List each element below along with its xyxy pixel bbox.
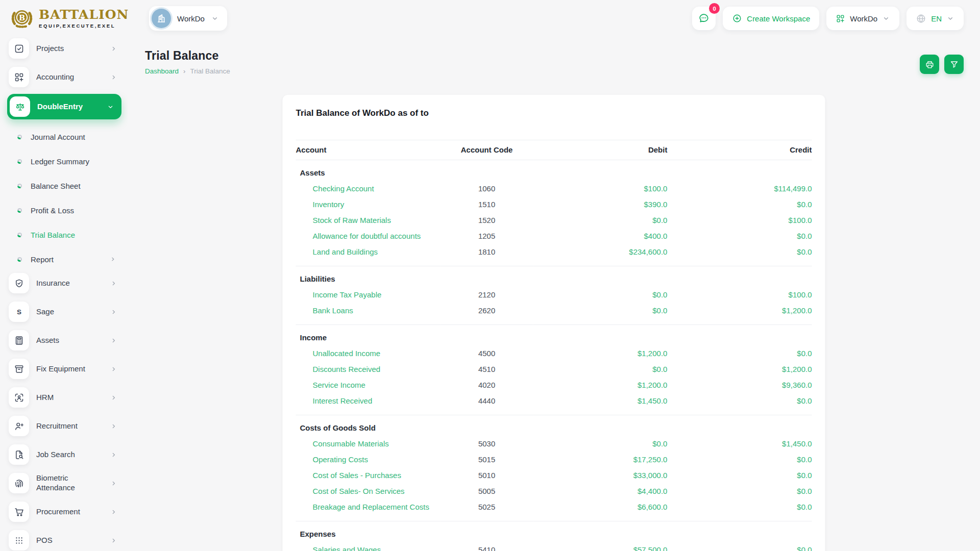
sidebar-subitem-journal-account[interactable]: Journal Account [7, 124, 121, 149]
person-scan-icon [14, 392, 24, 403]
sidebar-item-label: Insurance [36, 279, 103, 288]
account-link[interactable]: Breakage and Replacement Costs [296, 499, 440, 521]
chevron-down-icon [107, 103, 114, 111]
sidebar-item-label: Accounting [36, 72, 103, 82]
chevron-right-icon [110, 508, 117, 516]
table-row: Cost of Sales - Purchases5010$33,000.0$0… [296, 467, 812, 483]
sidebar-item-biometric-attendance[interactable]: Biometric Attendance [7, 471, 121, 495]
account-link[interactable]: Cost of Sales - Purchases [296, 467, 440, 483]
sidebar-subitem-report[interactable]: Report [7, 247, 121, 271]
account-link[interactable]: Stock of Raw Materials [296, 212, 440, 228]
language-dropdown[interactable]: EN [906, 7, 964, 30]
debit-cell: $400.0 [533, 228, 668, 244]
calculator-icon [9, 330, 29, 350]
sidebar-item-sage[interactable]: SSage [7, 300, 121, 323]
person-plus-icon [14, 421, 24, 432]
create-workspace-label: Create Workspace [747, 14, 810, 23]
account-link[interactable]: Service Income [296, 377, 440, 393]
sidebar-item-label: Biometric Attendance [36, 473, 103, 493]
account-link[interactable]: Land and Buildings [296, 244, 440, 266]
credit-cell: $100.0 [667, 212, 812, 228]
fingerprint-icon [9, 473, 29, 493]
account-code-cell: 5005 [440, 483, 533, 499]
account-link[interactable]: Cost of Sales- On Services [296, 483, 440, 499]
account-link[interactable]: Checking Account [296, 181, 440, 196]
debit-cell: $17,250.0 [533, 452, 668, 467]
column-header-debit: Debit [533, 140, 668, 160]
sidebar-item-projects[interactable]: Projects [7, 37, 121, 60]
sidebar-item-label: Projects [36, 44, 103, 54]
sidebar-item-label: POS [36, 536, 103, 545]
debit-cell: $6,600.0 [533, 499, 668, 521]
create-workspace-button[interactable]: Create Workspace [723, 7, 819, 30]
chevron-right-icon [110, 45, 117, 53]
calculator-icon [14, 335, 24, 346]
breadcrumb-dashboard-link[interactable]: Dashboard [145, 67, 179, 75]
account-link[interactable]: Operating Costs [296, 452, 440, 467]
account-link[interactable]: Discounts Received [296, 361, 440, 377]
table-row: Inventory1510$390.0$0.0 [296, 196, 812, 212]
brand-logo[interactable]: B BATTALION EQUIP,EXECUTE,EXEL [10, 6, 138, 31]
sidebar-subitem-profit-loss[interactable]: Profit & Loss [7, 198, 121, 222]
sidebar-subitem-label: Journal Account [31, 133, 116, 141]
sidebar: ProjectsAccountingDoubleEntryJournal Acc… [0, 37, 128, 551]
sidebar-item-procurement[interactable]: Procurement [7, 500, 121, 523]
account-link[interactable]: Inventory [296, 196, 440, 212]
dots-grid-icon [14, 535, 24, 546]
account-link[interactable]: Income Tax Payable [296, 287, 440, 303]
chevron-down-icon [882, 14, 890, 22]
chat-icon [698, 12, 710, 24]
chevron-right-icon [110, 337, 117, 344]
sidebar-subitem-balance-sheet[interactable]: Balance Sheet [7, 173, 121, 198]
card-heading: Trial Balance of WorkDo as of to [296, 108, 812, 118]
sidebar-item-accounting[interactable]: Accounting [7, 65, 121, 89]
sidebar-item-fix-equipment[interactable]: Fix Equipment [7, 357, 121, 381]
account-link[interactable]: Allowance for doubtful accounts [296, 228, 440, 244]
workspace-dropdown-label: WorkDo [850, 14, 877, 23]
svg-text:B: B [19, 14, 25, 22]
sidebar-item-doubleentry[interactable]: DoubleEntry [7, 94, 121, 119]
sidebar-item-assets[interactable]: Assets [7, 329, 121, 352]
account-link[interactable]: Salaries and Wages [296, 542, 440, 551]
account-link[interactable]: Consumable Materials [296, 436, 440, 452]
sidebar-item-hrm[interactable]: HRM [7, 386, 121, 409]
chevron-right-icon [110, 480, 117, 487]
print-button[interactable] [920, 55, 939, 74]
credit-cell: $114,499.0 [667, 181, 812, 196]
sidebar-item-job-search[interactable]: Job Search [7, 443, 121, 466]
debit-cell: $1,200.0 [533, 377, 668, 393]
sidebar-item-pos[interactable]: POS [7, 529, 121, 551]
credit-cell: $0.0 [667, 499, 812, 521]
donut-icon [17, 257, 22, 262]
sidebar-item-recruitment[interactable]: Recruitment [7, 414, 121, 438]
debit-cell: $33,000.0 [533, 467, 668, 483]
sidebar-subitem-ledger-summary[interactable]: Ledger Summary [7, 149, 121, 173]
debit-cell: $57,500.0 [533, 542, 668, 551]
workspace-switcher[interactable]: WorkDo [149, 6, 227, 31]
building-icon [155, 12, 167, 24]
section-name: Liabilities [296, 266, 812, 287]
account-code-cell: 5010 [440, 467, 533, 483]
filter-button[interactable] [944, 55, 964, 74]
sidebar-item-insurance[interactable]: Insurance [7, 271, 121, 295]
credit-cell: $1,450.0 [667, 436, 812, 452]
sidebar-subitem-trial-balance[interactable]: Trial Balance [7, 222, 121, 247]
sidebar-item-label: Job Search [36, 450, 103, 460]
section-row-costs-of-goods-sold: Costs of Goods Sold [296, 415, 812, 436]
sidebar-subitem-label: Ledger Summary [31, 157, 116, 166]
sidebar-item-label: Sage [36, 307, 103, 317]
workspace-dropdown[interactable]: WorkDo [826, 7, 899, 30]
topbar: B BATTALION EQUIP,EXECUTE,EXEL WorkDo 0 … [0, 0, 980, 37]
account-link[interactable]: Interest Received [296, 393, 440, 415]
account-link[interactable]: Unallocated Income [296, 345, 440, 361]
debit-cell: $1,200.0 [533, 345, 668, 361]
chevron-right-icon [109, 256, 116, 263]
account-code-cell: 5025 [440, 499, 533, 521]
account-code-cell: 5410 [440, 542, 533, 551]
account-link[interactable]: Bank Loans [296, 303, 440, 325]
messages-button[interactable]: 0 [692, 7, 716, 30]
account-code-cell: 1510 [440, 196, 533, 212]
debit-cell: $390.0 [533, 196, 668, 212]
table-row: Operating Costs5015$17,250.0$0.0 [296, 452, 812, 467]
debit-cell: $1,450.0 [533, 393, 668, 415]
